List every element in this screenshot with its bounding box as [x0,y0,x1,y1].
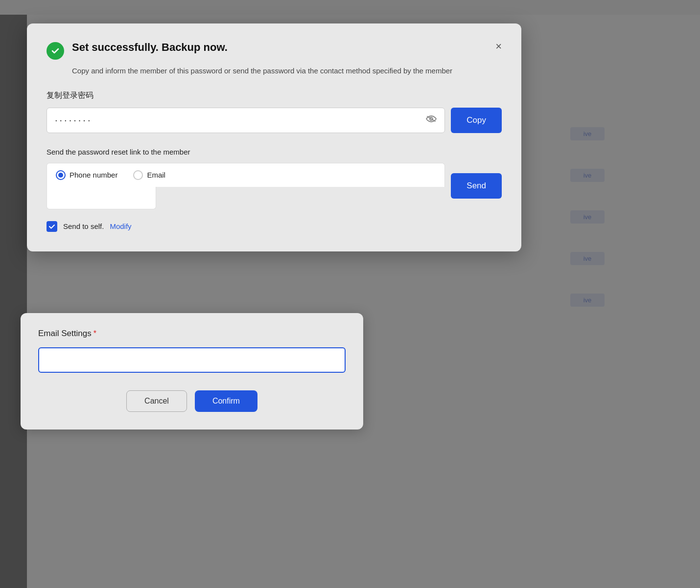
send-self-row: Send to self. Modify [47,221,502,232]
inner-modal: Email Settings * Cancel Confirm [21,313,363,430]
send-section-label: Send the password reset link to the memb… [47,148,502,156]
send-row: Phone number Email Send [47,163,502,209]
confirm-button[interactable]: Confirm [195,390,257,412]
required-star: * [93,329,96,338]
copy-button[interactable]: Copy [451,108,502,133]
email-radio[interactable] [133,170,143,180]
phone-input[interactable] [47,187,156,209]
password-row: ········ Copy [47,108,502,133]
send-self-label: Send to self. [63,222,104,230]
contact-send-group: Phone number Email [47,163,445,209]
modify-link[interactable]: Modify [110,222,131,230]
email-settings-title: Email Settings [38,329,92,339]
email-settings-input[interactable] [38,347,346,373]
phone-label: Phone number [70,171,117,179]
contact-options: Phone number Email [47,163,445,187]
password-dots: ········ [55,114,92,126]
email-option[interactable]: Email [133,170,165,180]
send-button[interactable]: Send [451,173,502,199]
eye-icon[interactable] [426,115,437,125]
close-button[interactable]: × [495,41,502,52]
inner-modal-buttons: Cancel Confirm [38,390,346,412]
send-self-checkbox[interactable] [47,221,57,232]
success-icon [47,42,64,60]
cancel-button[interactable]: Cancel [126,390,187,412]
modal-subtitle: Copy and inform the member of this passw… [72,66,502,77]
email-label: Email [147,171,165,179]
modal-header: Set successfully. Backup now. × [47,41,502,60]
main-modal: Set successfully. Backup now. × Copy and… [27,23,521,251]
email-settings-label: Email Settings * [38,329,346,339]
phone-option[interactable]: Phone number [56,170,117,180]
phone-radio[interactable] [56,170,66,180]
modal-title: Set successfully. Backup now. [72,41,495,54]
copy-section-label: 复制登录密码 [47,90,502,101]
password-field: ········ [47,108,445,133]
